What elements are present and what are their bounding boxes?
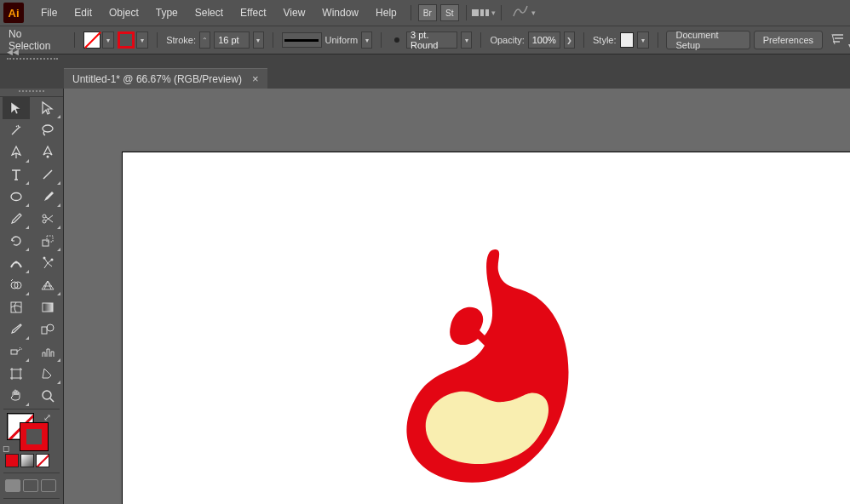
width-tool[interactable]: [3, 252, 30, 274]
zoom-tool[interactable]: [34, 385, 61, 407]
divider: [411, 5, 411, 20]
panel-collapse-icon[interactable]: ◀◀: [7, 58, 58, 66]
hand-tool[interactable]: [3, 385, 30, 407]
divider: [480, 32, 481, 48]
symbol-sprayer-tool[interactable]: [3, 341, 30, 363]
align-panel-icon[interactable]: ▾: [831, 33, 845, 48]
opacity-input[interactable]: 100%: [528, 32, 560, 49]
eyedropper-tool[interactable]: [3, 318, 30, 341]
style-dropdown[interactable]: ▾: [637, 32, 648, 49]
menu-object[interactable]: Object: [101, 2, 147, 24]
blend-tool[interactable]: [34, 318, 61, 341]
stroke-weight-dropdown[interactable]: ▾: [253, 32, 264, 49]
svg-rect-14: [11, 302, 21, 312]
fill-color-swatch[interactable]: [83, 32, 101, 49]
menu-edit[interactable]: Edit: [66, 2, 101, 24]
svg-rect-15: [43, 303, 53, 312]
document-tab[interactable]: Untitled-1* @ 66.67% (RGB/Preview) ×: [64, 68, 267, 89]
magic-wand-tool[interactable]: [3, 119, 30, 141]
menu-type[interactable]: Type: [147, 2, 187, 24]
rotate-tool[interactable]: [3, 230, 30, 252]
pencil-tool[interactable]: [3, 208, 30, 230]
panel-dock-bar: ◀◀: [0, 54, 850, 68]
stroke-label[interactable]: Stroke:: [166, 35, 196, 45]
brush-dropdown[interactable]: ▾: [461, 32, 472, 49]
preferences-button[interactable]: Preferences: [754, 31, 823, 49]
stroke-profile-dropdown[interactable]: ▾: [361, 32, 372, 49]
menu-select[interactable]: Select: [187, 2, 232, 24]
draw-inside-button[interactable]: [41, 479, 56, 492]
line-segment-tool[interactable]: [34, 163, 61, 186]
lasso-tool[interactable]: [34, 119, 61, 141]
gpu-preview-icon[interactable]: [512, 4, 529, 22]
svg-point-9: [14, 261, 17, 264]
stroke-color-swatch[interactable]: [118, 32, 135, 49]
stroke-dropdown[interactable]: ▾: [136, 32, 148, 49]
chevron-down-icon[interactable]: ▾: [531, 9, 536, 17]
menu-help[interactable]: Help: [367, 2, 405, 24]
stroke-profile-preview[interactable]: [282, 32, 322, 48]
menu-bar: Ai File Edit Object Type Select Effect V…: [0, 0, 850, 26]
menu-window[interactable]: Window: [313, 2, 367, 24]
svg-point-1: [43, 125, 53, 132]
ellipse-tool[interactable]: [3, 186, 30, 208]
link-stroke-icon[interactable]: ⌃: [199, 32, 210, 49]
slice-tool[interactable]: [34, 363, 61, 385]
scale-tool[interactable]: [34, 230, 61, 252]
paintbrush-tool[interactable]: [34, 186, 61, 208]
fill-stroke-indicator[interactable]: ⤢ ◻: [3, 413, 60, 450]
stroke-profile-label: Uniform: [325, 35, 359, 45]
tools-panel-grip[interactable]: [0, 90, 63, 97]
stock-button[interactable]: St: [440, 4, 459, 21]
menu-view[interactable]: View: [275, 2, 314, 24]
divider: [501, 5, 502, 20]
scissors-tool[interactable]: [34, 208, 61, 230]
puppet-warp-tool[interactable]: [34, 252, 61, 274]
document-setup-button[interactable]: Document Setup: [666, 31, 749, 49]
swap-fill-stroke-icon[interactable]: ⤢: [43, 412, 51, 423]
brush-dot-icon: [390, 33, 403, 47]
none-mode-button[interactable]: [36, 454, 49, 467]
svg-point-5: [43, 215, 46, 218]
bridge-button[interactable]: Br: [418, 4, 437, 21]
divider: [74, 32, 75, 48]
arrange-documents-button[interactable]: [472, 9, 489, 16]
svg-point-0: [394, 37, 399, 43]
document-tab-title: Untitled-1* @ 66.67% (RGB/Preview): [72, 73, 242, 85]
mesh-tool[interactable]: [3, 296, 30, 318]
column-graph-tool[interactable]: [34, 341, 61, 363]
selection-tool[interactable]: [3, 97, 30, 119]
draw-behind-button[interactable]: [23, 479, 38, 492]
gradient-mode-button[interactable]: [20, 454, 34, 467]
stroke-swatch-large[interactable]: [20, 423, 48, 450]
gradient-tool[interactable]: [34, 296, 61, 318]
artboard-tool[interactable]: [3, 363, 30, 385]
menu-file[interactable]: File: [32, 2, 66, 24]
workspace: ⤢ ◻: [0, 89, 850, 504]
pen-tool[interactable]: [3, 141, 30, 163]
graphic-style-swatch[interactable]: [620, 32, 635, 48]
default-fill-stroke-icon[interactable]: ◻: [3, 444, 9, 453]
svg-point-6: [43, 220, 46, 223]
stroke-weight-input[interactable]: 16 pt: [214, 32, 250, 49]
canvas-area[interactable]: [64, 89, 850, 504]
draw-normal-button[interactable]: [5, 479, 20, 492]
type-tool[interactable]: [3, 163, 30, 186]
style-label[interactable]: Style:: [593, 35, 617, 45]
shape-builder-tool[interactable]: [3, 274, 30, 296]
color-mode-button[interactable]: [5, 454, 19, 467]
chevron-down-icon[interactable]: ▾: [491, 9, 496, 17]
opacity-label[interactable]: Opacity:: [490, 35, 524, 45]
svg-point-2: [46, 156, 49, 158]
fill-dropdown[interactable]: ▾: [102, 32, 114, 49]
svg-point-4: [11, 193, 21, 201]
opacity-dropdown[interactable]: ❯: [564, 32, 575, 49]
divider: [658, 32, 658, 48]
curvature-tool[interactable]: [34, 141, 61, 163]
perspective-grid-tool[interactable]: [34, 274, 61, 296]
menu-effect[interactable]: Effect: [232, 2, 274, 24]
direct-selection-tool[interactable]: [34, 97, 61, 119]
brush-definition-input[interactable]: 3 pt. Round: [406, 32, 457, 49]
artwork-stomach-shape[interactable]: [384, 245, 589, 492]
close-tab-icon[interactable]: ×: [252, 72, 259, 85]
